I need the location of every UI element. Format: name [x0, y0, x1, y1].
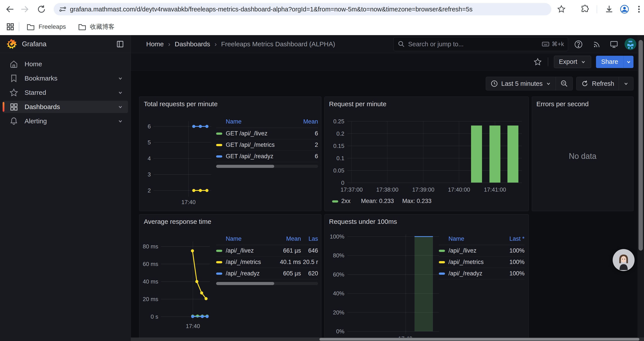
legend-column-header[interactable]: Last *	[500, 235, 524, 242]
legend-column-header[interactable]: Name	[439, 235, 500, 242]
star-dashboard-icon[interactable]	[533, 58, 542, 66]
svg-text:0%: 0%	[336, 328, 344, 335]
chart-total-requests[interactable]: 6543217:40	[143, 117, 215, 208]
series-name[interactable]: GET /api/_/readyz	[226, 153, 298, 160]
data-point	[200, 291, 203, 294]
breadcrumb-dashboards[interactable]: Dashboards	[175, 40, 210, 48]
vertical-scrollbar-thumb[interactable]	[638, 40, 643, 251]
bar	[490, 126, 500, 183]
refresh-button[interactable]: Refresh	[576, 77, 618, 90]
bookmark-star-icon[interactable]	[556, 4, 566, 14]
panel-title[interactable]: Requests under 100ms	[325, 214, 528, 229]
site-info-icon[interactable]	[58, 5, 67, 14]
legend-scrollbar-thumb[interactable]	[216, 282, 274, 285]
grafana-logo[interactable]	[6, 39, 17, 50]
chart-requests-under-100ms[interactable]: 100%80%60%40%20%0%17:40	[328, 233, 446, 341]
panel-title[interactable]: Average response time	[140, 214, 321, 229]
legend-scrollbar-thumb[interactable]	[216, 165, 274, 168]
vertical-scrollbar[interactable]	[638, 35, 644, 341]
dashboard-actions-bar: Export Share	[131, 53, 644, 71]
panel-title[interactable]: Errors per second	[532, 97, 633, 111]
chart-average-response-time[interactable]: 80 ms60 ms40 ms20 ms0 s17:40	[143, 235, 215, 340]
brand-title: Grafana	[22, 40, 116, 48]
kebab-menu-icon[interactable]	[634, 4, 644, 14]
zoom-out-time-button[interactable]	[556, 77, 572, 90]
time-range-picker[interactable]: Last 5 minutes	[486, 77, 556, 90]
legend-row[interactable]: /api/_/metrics100%	[439, 256, 524, 268]
series-name[interactable]: GET /api/_/metrics	[226, 142, 298, 148]
refresh-interval-dropdown[interactable]	[618, 77, 633, 90]
legend-column-header[interactable]: Name	[216, 235, 275, 242]
series-color-pill	[439, 250, 445, 252]
apps-grid-icon	[9, 102, 18, 112]
share-dropdown-caret[interactable]	[624, 56, 634, 68]
chevron-down-icon[interactable]	[117, 89, 124, 96]
legend-row[interactable]: GET /api/_/livez6	[216, 128, 318, 139]
sidebar-item-bookmarks[interactable]: Bookmarks	[3, 72, 128, 85]
search-input[interactable]: Search or jump to... ⌘+k	[394, 37, 568, 51]
panel-title[interactable]: Request per minute	[325, 97, 528, 111]
user-avatar[interactable]	[624, 38, 636, 50]
floating-assistant-avatar[interactable]	[613, 249, 634, 271]
series-name[interactable]: /api/_/readyz	[448, 270, 500, 277]
star-icon	[9, 88, 18, 97]
legend-row[interactable]: /api/_/readyz100%	[439, 268, 524, 279]
bell-icon	[9, 117, 18, 126]
svg-text:0: 0	[341, 179, 344, 186]
legend-row[interactable]: GET /api/_/metrics2	[216, 139, 318, 151]
legend-row[interactable]: /api/_/livez100%	[439, 245, 524, 256]
legend-row[interactable]: /api/_/livez661 µs646	[216, 245, 318, 256]
svg-text:40 ms: 40 ms	[143, 278, 158, 285]
legend-column-header[interactable]: Las	[301, 235, 318, 242]
svg-text:0.05: 0.05	[333, 167, 344, 174]
address-bar[interactable]: grafana.mathmast.com/d/deytv4rwavabkb/fr…	[54, 3, 551, 15]
horizontal-scrollbar[interactable]	[131, 337, 644, 341]
bookmark-folder-label: 收藏博客	[90, 23, 115, 31]
bookmark-folder-freeleaps[interactable]: Freeleaps	[23, 21, 69, 33]
apps-grid-icon[interactable]	[5, 22, 15, 32]
url-text[interactable]: grafana.mathmast.com/d/deytv4rwavabkb/fr…	[70, 6, 551, 13]
series-name[interactable]: /api/_/livez	[448, 247, 500, 254]
svg-text:80%: 80%	[333, 252, 344, 259]
sidebar-item-home[interactable]: Home	[3, 58, 128, 70]
sidebar-item-alerting[interactable]: Alerting	[3, 115, 128, 127]
downloads-icon[interactable]	[604, 4, 614, 14]
legend-column-header[interactable]: Mean	[275, 235, 301, 242]
chevron-down-icon[interactable]	[117, 75, 124, 82]
dashboard-canvas: Last 5 minutes Refresh	[131, 71, 644, 341]
help-icon[interactable]	[574, 40, 583, 49]
chevron-down-icon[interactable]	[117, 104, 124, 110]
reload-icon[interactable]	[36, 4, 46, 14]
series-name[interactable]: /api/_/livez	[226, 247, 275, 254]
share-button-label[interactable]: Share	[596, 56, 624, 68]
breadcrumb: Home › Dashboards › Freeleaps Metrics Da…	[146, 40, 335, 48]
back-icon[interactable]	[5, 4, 15, 14]
news-rss-icon[interactable]	[592, 40, 602, 49]
monitor-icon[interactable]	[609, 40, 619, 49]
export-button[interactable]: Export	[554, 56, 591, 68]
legend-column-header[interactable]: Mean	[298, 118, 318, 125]
extensions-icon[interactable]	[580, 4, 590, 14]
legend-row[interactable]: /api/_/readyz605 µs620	[216, 268, 318, 279]
legend-scrollbar[interactable]	[216, 165, 318, 168]
chart-request-per-minute[interactable]: 0.250.20.150.10.05017:37:0017:38:0017:39…	[328, 113, 526, 210]
sidebar-item-starred[interactable]: Starred	[3, 87, 128, 99]
collapse-sidebar-icon[interactable]	[116, 40, 124, 49]
chevron-down-icon[interactable]	[117, 118, 124, 124]
legend-row[interactable]: GET /api/_/readyz6	[216, 151, 318, 162]
profile-icon[interactable]	[620, 4, 630, 14]
series-color-pill	[216, 261, 222, 263]
share-button[interactable]: Share	[596, 56, 634, 68]
series-name[interactable]: GET /api/_/livez	[226, 130, 298, 137]
sidebar-item-dashboards[interactable]: Dashboards	[3, 101, 128, 113]
legend-column-header[interactable]: Name	[216, 118, 298, 125]
series-name[interactable]: /api/_/metrics	[226, 259, 275, 265]
series-name[interactable]: /api/_/metrics	[448, 259, 500, 265]
panel-title[interactable]: Total requests per minute	[140, 97, 321, 111]
series-name[interactable]: /api/_/readyz	[226, 270, 275, 277]
breadcrumb-home[interactable]: Home	[146, 40, 164, 48]
horizontal-scrollbar-thumb[interactable]	[319, 338, 640, 340]
legend-row[interactable]: /api/_/metrics40.1 ms20.5 r	[216, 256, 318, 268]
bookmark-folder-blogs[interactable]: 收藏博客	[75, 21, 118, 33]
legend-scrollbar[interactable]	[216, 282, 318, 285]
